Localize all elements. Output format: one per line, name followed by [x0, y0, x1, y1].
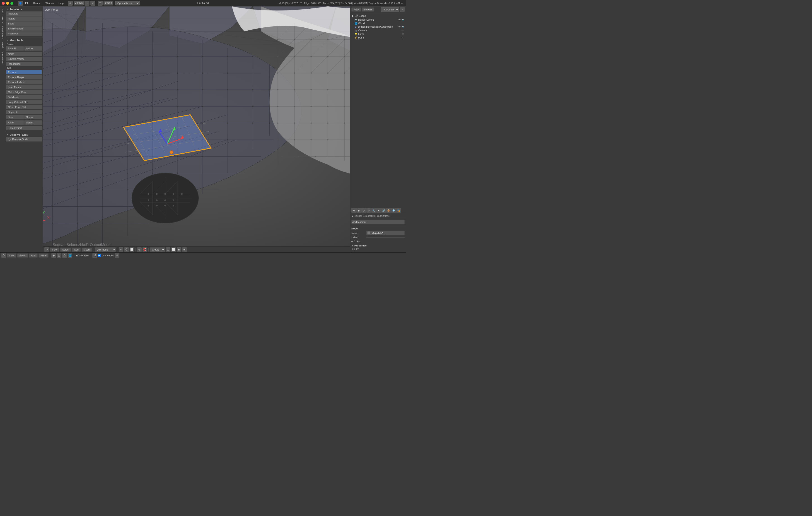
vtab-tools[interactable]: Tools: [1, 7, 4, 15]
noise-btn[interactable]: Noise: [6, 52, 42, 56]
workspace-selector[interactable]: Default: [74, 1, 84, 5]
remove-workspace-icon[interactable]: ✕: [90, 1, 95, 6]
label-value[interactable]: [366, 237, 405, 238]
add-workspace-icon[interactable]: +: [85, 1, 89, 6]
tree-renderlayers[interactable]: 📷 RenderLayers 👁 📷: [351, 18, 405, 22]
face-select-icon[interactable]: ⬜: [129, 247, 134, 252]
extrude-indivd-btn[interactable]: Extrude Individ...: [6, 80, 42, 85]
use-nodes-checkbox[interactable]: [98, 254, 101, 257]
vtab-create[interactable]: Create: [1, 15, 4, 24]
tree-camera[interactable]: 📸 Camera 👁: [351, 29, 405, 32]
dissolve-verts-checkbox[interactable]: [8, 138, 11, 141]
search-btn[interactable]: Search: [362, 7, 374, 11]
it-btn-3[interactable]: ⬡: [361, 208, 366, 213]
it-btn-4[interactable]: ⚙: [366, 208, 371, 213]
dissolve-header[interactable]: ▼ Dissolve Faces: [6, 133, 42, 137]
extrude-btn[interactable]: Extrude: [6, 70, 42, 74]
offset-edge-btn[interactable]: Offset Edge Slide: [6, 105, 42, 110]
push-pull-btn[interactable]: Push/Pull: [6, 31, 42, 36]
cam-vis-icon[interactable]: 👁: [402, 29, 404, 32]
smooth-vertex-btn[interactable]: Smooth Vertex: [6, 57, 42, 61]
knife-btn[interactable]: Knife: [6, 120, 24, 125]
menu-file[interactable]: File: [23, 1, 31, 5]
it-btn-10[interactable]: 🎭: [396, 208, 401, 213]
randomize-btn[interactable]: Randomize: [6, 62, 42, 66]
viewport-icon[interactable]: ⊙: [45, 247, 49, 252]
tree-lamp[interactable]: 💡 Lamp 👁: [351, 32, 405, 36]
spin-btn[interactable]: Spin: [6, 115, 24, 119]
ne-view-btn[interactable]: View: [7, 253, 16, 257]
menu-render[interactable]: Render: [31, 1, 43, 5]
minimize-button[interactable]: [6, 2, 9, 5]
dissolve-verts-btn[interactable]: Dissolve Verts: [6, 137, 42, 142]
node-editor-icon[interactable]: ⬡: [1, 253, 6, 258]
maximize-button[interactable]: [10, 2, 13, 5]
window-controls[interactable]: [2, 2, 13, 5]
tree-world[interactable]: 🌐 World: [351, 22, 405, 25]
ne-select-btn[interactable]: Select: [17, 253, 28, 257]
edge-select-icon[interactable]: ⬡: [124, 247, 129, 252]
menu-help[interactable]: Help: [57, 1, 65, 5]
ne-add-btn[interactable]: Add: [29, 253, 38, 257]
blender-icon[interactable]: 🔵: [18, 1, 23, 6]
vertex-btn[interactable]: Vertex: [24, 46, 42, 51]
subdivide-btn[interactable]: Subdivide: [6, 95, 42, 99]
proportional-edit-icon[interactable]: ◎: [137, 247, 142, 252]
point-vis-icon[interactable]: 👁: [402, 36, 404, 39]
mesh-tools-header[interactable]: ▼ Mesh Tools: [6, 38, 42, 42]
it-btn-7[interactable]: 🔗: [381, 208, 386, 213]
extrude-region-btn[interactable]: Extrude Region: [6, 75, 42, 80]
vt-view-btn[interactable]: View: [50, 248, 59, 252]
solid-icon[interactable]: ⬜: [171, 247, 176, 252]
vtab-shading[interactable]: Shading / UVs: [1, 25, 4, 40]
it-btn-6[interactable]: ✦: [376, 208, 381, 213]
view-btn[interactable]: View: [351, 7, 361, 11]
make-edge-face-btn[interactable]: Make Edge/Face: [6, 90, 42, 94]
vertex-select-icon[interactable]: ●: [119, 247, 123, 252]
obj-render-icon[interactable]: 📷: [402, 26, 404, 28]
screw-btn[interactable]: Screw: [24, 115, 42, 119]
close-button[interactable]: [2, 2, 5, 5]
obj-vis-icon[interactable]: 👁: [398, 26, 401, 28]
ne-world-icon[interactable]: 🌐: [68, 253, 72, 258]
use-nodes-toggle[interactable]: Use Nodes: [98, 254, 114, 257]
xray-icon[interactable]: ◫: [166, 247, 170, 252]
it-btn-5[interactable]: 🔧: [371, 208, 376, 213]
knife-project-btn[interactable]: Knife Project: [6, 126, 42, 130]
scale-btn[interactable]: Scale: [6, 21, 42, 26]
render-preview-icon[interactable]: ⊞: [182, 247, 187, 252]
ne-tex-icon[interactable]: ⬡: [62, 253, 67, 258]
ne-solid-icon[interactable]: ◉: [52, 253, 56, 258]
it-btn-8[interactable]: 📦: [386, 208, 391, 213]
tree-object[interactable]: ▲ Bogdan BelonozhkoR OutputModel 👁 📷: [351, 25, 405, 29]
color-header[interactable]: ▶ Color: [351, 239, 405, 243]
tree-point[interactable]: ⚡ Point 👁: [351, 36, 405, 39]
lamp-vis-icon[interactable]: 👁: [402, 33, 404, 35]
scene-selector[interactable]: Scene: [104, 1, 113, 5]
viewport-canvas[interactable]: X Y Z Bogdan BelonozhkoR OutputModel: [43, 6, 350, 252]
edit-mode-selector[interactable]: Edit Mode Object Mode Sculpt Mode: [95, 247, 116, 252]
translate-btn[interactable]: Translate: [6, 11, 42, 16]
transform-header[interactable]: ▼ Transform: [6, 7, 42, 11]
menu-window[interactable]: Window: [44, 1, 56, 5]
shrink-fatten-btn[interactable]: Shrink/Fatten: [6, 26, 42, 31]
it-btn-9[interactable]: 💎: [391, 208, 396, 213]
duplicate-btn[interactable]: Duplicate: [6, 110, 42, 114]
ne-mat-icon[interactable]: ◫: [57, 253, 61, 258]
vt-mesh-btn[interactable]: Mesh: [82, 248, 92, 252]
filter-icon[interactable]: ≡: [400, 7, 405, 12]
material-icon[interactable]: ◉: [177, 247, 181, 252]
ne-sync-icon[interactable]: ↺: [92, 253, 97, 258]
vtab-options[interactable]: Options: [1, 41, 4, 51]
scenes-selector[interactable]: All Scenes Scene: [381, 7, 399, 12]
select-btn[interactable]: Select: [24, 120, 42, 125]
vt-select-btn[interactable]: Select: [60, 248, 71, 252]
tree-scene[interactable]: ▶ 🎬 Scene: [351, 14, 405, 18]
viewport[interactable]: User Persp: [43, 6, 350, 252]
snap-icon[interactable]: 🧲: [143, 247, 147, 252]
render-icon[interactable]: 📷: [402, 19, 404, 21]
vtab-grease[interactable]: Grease Pencil: [1, 51, 4, 67]
loop-cut-btn[interactable]: Loop Cut and Sl...: [6, 100, 42, 104]
vt-add-btn[interactable]: Add: [72, 248, 81, 252]
add-modifier-btn[interactable]: Add Modifier: [351, 220, 405, 224]
